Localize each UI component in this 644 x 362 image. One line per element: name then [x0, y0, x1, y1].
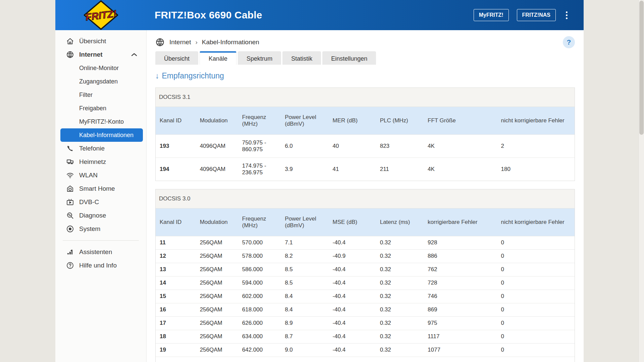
header-actions: MyFRITZ! FRITZ!NAS [474, 9, 584, 21]
cell: 8.4 [282, 303, 330, 316]
sidebar-item-label: Internet [79, 51, 103, 58]
cell: 7.1 [282, 236, 330, 249]
docsis31-table: Kanal ID Modulation Frequenz (MHz) Power… [156, 107, 575, 181]
tab-einstellungen[interactable]: Einstellungen [322, 51, 376, 65]
cell: 0.32 [377, 276, 425, 290]
diagnose-icon [66, 212, 74, 220]
tab-uebersicht[interactable]: Übersicht [155, 51, 198, 65]
sidebar-item-smart-home[interactable]: Smart Home [55, 182, 146, 195]
tv-icon [66, 198, 74, 206]
sidebar-item-assistenten[interactable]: Assistenten [55, 245, 146, 259]
cell: 4096QAM [197, 134, 239, 158]
cell: 0 [498, 249, 575, 263]
cell: -40.4 [330, 303, 377, 316]
cell: 0.32 [377, 330, 425, 343]
cell: 0 [498, 236, 575, 249]
cell: 6.0 [282, 134, 330, 158]
table-row: 193 4096QAM 750.975 - 860.975 6.0 40 823… [156, 134, 575, 158]
sidebar-item-zugangsdaten[interactable]: Zugangsdaten [55, 75, 146, 88]
table-row: 16 256QAM 618.000 8.4 -40.4 0.32 869 0 [156, 303, 575, 316]
cell: 0 [498, 290, 575, 303]
tab-label: Statistik [291, 55, 312, 62]
globe-icon [66, 51, 74, 59]
cell: 3.9 [282, 158, 330, 181]
tab-label: Spektrum [247, 55, 272, 62]
tab-bar: Übersicht Kanäle Spektrum Statistik Eins… [155, 51, 575, 65]
kebab-menu-icon[interactable] [564, 10, 570, 20]
sidebar-item-freigaben[interactable]: Freigaben [55, 102, 146, 115]
sidebar-item-diagnose[interactable]: Diagnose [55, 209, 146, 222]
help-icon [66, 261, 74, 269]
cell: -40.4 [330, 276, 377, 290]
sidebar-item-label: Telefonie [79, 145, 105, 152]
cell: 0.32 [377, 249, 425, 263]
cell: 728 [425, 276, 498, 290]
scrollbar-thumb[interactable] [639, 1, 644, 135]
column-header: Modulation [197, 208, 239, 236]
sidebar-item-heimnetz[interactable]: Heimnetz [55, 155, 146, 169]
fritznas-button[interactable]: FRITZ!NAS [517, 9, 556, 21]
cell: 40 [330, 134, 377, 158]
help-badge-icon[interactable]: ? [563, 36, 575, 48]
cell: 0.32 [377, 290, 425, 303]
column-header: MER (dB) [330, 107, 377, 134]
fritzbox-app-window: FRITZ! FRITZ!Box 6690 Cable MyFRITZ! FRI… [55, 0, 584, 362]
sidebar-item-system[interactable]: System [55, 222, 146, 236]
cell: 9.0 [282, 343, 330, 357]
sidebar-item-wlan[interactable]: WLAN [55, 169, 146, 182]
cell: -40.4 [330, 343, 377, 357]
table-header-row: Kanal ID Modulation Frequenz (MHz) Power… [156, 107, 575, 134]
cell: -40.4 [330, 236, 377, 249]
table-row: 11 256QAM 570.000 7.1 -40.4 0.32 928 0 [156, 236, 575, 249]
cell: -40.9 [330, 249, 377, 263]
sidebar-item-online-monitor[interactable]: Online-Monitor [55, 61, 146, 75]
cell: 256QAM [197, 236, 239, 249]
sidebar-subitem-label: Zugangsdaten [79, 78, 118, 85]
globe-icon [155, 38, 165, 47]
tab-spektrum[interactable]: Spektrum [238, 51, 281, 65]
cell: 8.2 [282, 249, 330, 263]
sidebar-item-myfritz-konto[interactable]: MyFRITZ!-Konto [55, 115, 146, 128]
cell: 594.000 [239, 276, 282, 290]
page-scrollbar[interactable] [638, 0, 644, 362]
cell: 256QAM [197, 343, 239, 357]
sidebar-item-dvb-c[interactable]: DVB-C [55, 195, 146, 209]
cell: 750.975 - 860.975 [239, 134, 282, 158]
cell: 8.5 [282, 276, 330, 290]
myfritz-button[interactable]: MyFRITZ! [474, 9, 509, 21]
sidebar-item-internet[interactable]: Internet [55, 48, 146, 61]
column-header: Modulation [197, 107, 239, 134]
tab-kanaele[interactable]: Kanäle [200, 51, 236, 65]
cell: 4K [425, 134, 498, 158]
column-header: Power Level (dBmV) [282, 208, 330, 236]
cell: 0 [498, 330, 575, 343]
sidebar-item-hilfe-und-info[interactable]: Hilfe und Info [55, 259, 146, 272]
empfangsrichtung-toggle[interactable]: ↓ Empfangsrichtung [155, 71, 224, 80]
tab-label: Einstellungen [331, 55, 367, 62]
column-header: FFT Größe [425, 107, 498, 134]
sidebar-item-filter[interactable]: Filter [55, 88, 146, 102]
sidebar-item-uebersicht[interactable]: Übersicht [55, 35, 146, 48]
sidebar-item-label: System [79, 225, 100, 233]
cell: 762 [425, 263, 498, 276]
cell: 211 [377, 158, 425, 181]
sidebar-subitem-label: Filter [79, 92, 93, 99]
cell: 0 [498, 263, 575, 276]
sidebar-item-label: Smart Home [79, 185, 115, 192]
sidebar-item-telefonie[interactable]: Telefonie [55, 142, 146, 155]
sidebar-subitem-label: Freigaben [79, 105, 106, 112]
column-header: PLC (MHz) [377, 107, 425, 134]
cell: 0 [498, 276, 575, 290]
arrow-down-icon: ↓ [155, 71, 159, 80]
cell: 1077 [425, 343, 498, 357]
cell: 1117 [425, 330, 498, 343]
smart-home-icon [66, 185, 74, 193]
breadcrumb-internet[interactable]: Internet [169, 39, 191, 46]
table-row-cutoff [156, 357, 575, 362]
cell: 0 [498, 316, 575, 330]
fritz-logo[interactable]: FRITZ! [55, 0, 147, 30]
sidebar-item-label: Diagnose [79, 212, 106, 219]
tab-statistik[interactable]: Statistik [282, 51, 321, 65]
sidebar-item-kabel-informationen[interactable]: Kabel-Informationen [60, 128, 143, 142]
sidebar-item-label: Heimnetz [79, 158, 106, 166]
